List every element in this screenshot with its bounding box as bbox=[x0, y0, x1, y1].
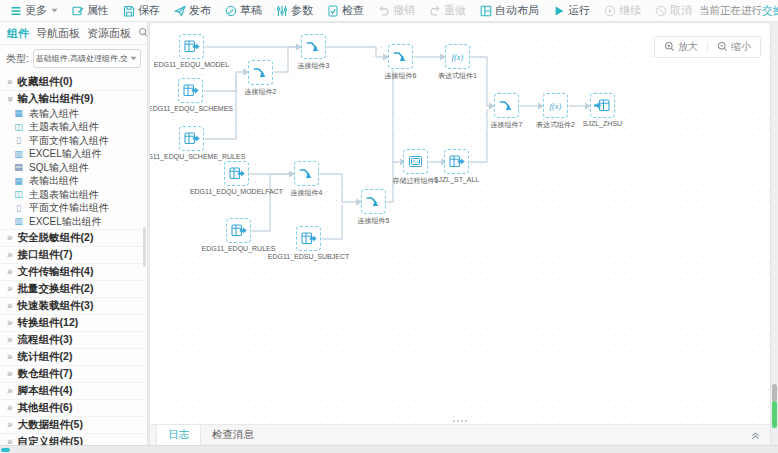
node-expression-2[interactable]: f(x)表达式组件2 bbox=[543, 93, 568, 118]
sidebar-item-主题表输入组件[interactable]: ◫主题表输入组件 bbox=[0, 121, 147, 135]
sidebar-section-0[interactable]: »收藏组件(0) bbox=[0, 73, 147, 90]
sidebar-section-8[interactable]: »流程组件(3) bbox=[0, 331, 147, 348]
flow-canvas[interactable]: 放大 缩小 EDG11_EDQU_MODEL连接组件2连接组件3EDG11_ED… bbox=[150, 23, 770, 417]
panel-resize-handle[interactable] bbox=[150, 417, 770, 424]
node-expression-1[interactable]: f(x)表达式组件1 bbox=[445, 44, 470, 69]
toolbar-properties-button[interactable]: 属性 bbox=[65, 3, 116, 18]
node-edg11-edsu-subject[interactable]: EDG11_EDSU_SUBJECT bbox=[296, 226, 321, 251]
connector-node-icon[interactable] bbox=[248, 60, 273, 85]
fx-node-icon[interactable]: f(x) bbox=[445, 44, 470, 69]
chevron-collapsed-icon: » bbox=[7, 233, 13, 243]
sidebar-section-11[interactable]: »脚本组件(4) bbox=[0, 382, 147, 399]
toolbar-undo-button[interactable]: 撤销 bbox=[371, 3, 422, 18]
sidebar-section-14[interactable]: »自定义组件(5) bbox=[0, 433, 147, 447]
sidebar-item-SQL输入组件[interactable]: ▤SQL输入组件 bbox=[0, 161, 147, 175]
node-edg11-edqu-schemes[interactable]: EDG11_EDQU_SCHEMES bbox=[178, 78, 203, 103]
node-label: EDG11_EDQU_MODEL bbox=[154, 61, 229, 68]
search-icon[interactable] bbox=[138, 27, 148, 40]
connector-node-icon[interactable] bbox=[494, 93, 519, 118]
table-in-node-icon[interactable] bbox=[224, 161, 249, 186]
sidebar-section-1[interactable]: »输入输出组件(9) bbox=[0, 90, 147, 107]
sidebar-item-表输出组件[interactable]: ▦表输出组件 bbox=[0, 175, 147, 189]
node-edg11-edqu-modelfact[interactable]: EDG11_EDQU_MODELFACT bbox=[224, 161, 249, 186]
toolbar-check-button[interactable]: 检查 bbox=[320, 3, 371, 18]
run-icon bbox=[553, 5, 565, 17]
table-in-node-icon[interactable] bbox=[226, 218, 251, 243]
canvas-vscroll-indicator[interactable] bbox=[772, 401, 777, 428]
table-in-node-icon[interactable] bbox=[178, 78, 203, 103]
toolbar-redo-button[interactable]: 重做 bbox=[422, 3, 473, 18]
log-tab-log[interactable]: 日志 bbox=[156, 425, 201, 445]
app-window: 更多属性保存发布草稿参数检查撤销重做自动布局运行继续取消当前正在进行交换任务配置… bbox=[0, 0, 778, 453]
sidebar-scrollbar-thumb[interactable] bbox=[143, 227, 146, 267]
sidebar-section-3[interactable]: »接口组件(7) bbox=[0, 246, 147, 263]
sidebar-item-EXCEL输入组件[interactable]: ▥EXCEL输入组件 bbox=[0, 148, 147, 162]
file-in-icon: ▯ bbox=[13, 136, 24, 145]
node-connector-4[interactable]: 连接组件4 bbox=[294, 161, 319, 186]
sidebar-tab-nav-panel[interactable]: 导航面板 bbox=[36, 26, 80, 41]
table-in-node-icon[interactable] bbox=[179, 34, 204, 59]
toolbar-draft-label: 草稿 bbox=[240, 3, 262, 18]
sidebar-section-12[interactable]: »其他组件(6) bbox=[0, 399, 147, 416]
toolbar-resume-button[interactable]: 继续 bbox=[597, 3, 648, 18]
toolbar-draft-button[interactable]: 草稿 bbox=[218, 3, 269, 18]
connector-node-icon[interactable] bbox=[294, 161, 319, 186]
params-icon bbox=[276, 5, 288, 17]
table-in-node-icon[interactable] bbox=[444, 149, 469, 174]
node-edg11-edqu-model[interactable]: EDG11_EDQU_MODEL bbox=[179, 34, 204, 59]
fx-node-icon[interactable]: f(x) bbox=[543, 93, 568, 118]
zoom-out-button[interactable]: 缩小 bbox=[717, 40, 751, 54]
node-connector-2[interactable]: 连接组件2 bbox=[248, 60, 273, 85]
toolbar-save-button[interactable]: 保存 bbox=[116, 3, 167, 18]
excel-in-icon: ▥ bbox=[13, 150, 24, 159]
sidebar-item-表输入组件[interactable]: ▦表输入组件 bbox=[0, 107, 147, 121]
node-connector-7[interactable]: 连接组件7 bbox=[494, 93, 519, 118]
sidebar-section-7[interactable]: »转换组件(12) bbox=[0, 314, 147, 331]
sidebar-item-主题表输出组件[interactable]: ◫主题表输出组件 bbox=[0, 188, 147, 202]
toolbar-more-button[interactable]: 更多 bbox=[3, 3, 65, 18]
table-out-node-icon[interactable] bbox=[590, 93, 615, 118]
node-edg11-edqu-scheme-rules[interactable]: EDG11_EDQU_SCHEME_RULES bbox=[179, 126, 204, 151]
log-tab-check-messages[interactable]: 检查消息 bbox=[201, 425, 265, 445]
toolbar-run-button[interactable]: 运行 bbox=[546, 3, 597, 18]
toolbar-publish-button[interactable]: 发布 bbox=[167, 3, 218, 18]
sidebar-tab-resource-panel[interactable]: 资源面板 bbox=[87, 26, 131, 41]
chevron-collapsed-icon: » bbox=[7, 77, 13, 87]
save-icon bbox=[123, 5, 135, 17]
node-label: 连接组件4 bbox=[291, 188, 323, 198]
toolbar-auto-layout-button[interactable]: 自动布局 bbox=[473, 3, 546, 18]
sidebar-item-平面文件输入组件[interactable]: ▯平面文件输入组件 bbox=[0, 134, 147, 148]
sidebar-section-5[interactable]: »批量交换组件(2) bbox=[0, 280, 147, 297]
sidebar-section-13[interactable]: »大数据组件(5) bbox=[0, 416, 147, 433]
toolbar-cancel-button[interactable]: 取消 bbox=[648, 3, 699, 18]
toolbar-params-button[interactable]: 参数 bbox=[269, 3, 320, 18]
chevron-collapsed-icon: » bbox=[7, 403, 13, 413]
table-in-node-icon[interactable] bbox=[296, 226, 321, 251]
sidebar-item-EXCEL输出组件[interactable]: ▥EXCEL输出组件 bbox=[0, 215, 147, 229]
canvas-vscroll-thumb[interactable] bbox=[772, 384, 777, 402]
connector-node-icon[interactable] bbox=[361, 189, 386, 214]
sidebar-section-2[interactable]: »安全脱敏组件(2) bbox=[0, 229, 147, 246]
draft-icon bbox=[225, 5, 237, 17]
node-connector-5[interactable]: 连接组件5 bbox=[361, 189, 386, 214]
sidebar-section-6[interactable]: »快速装载组件(3) bbox=[0, 297, 147, 314]
node-edg11-edqu-rules[interactable]: EDG11_EDQU_RULES bbox=[226, 218, 251, 243]
collapse-log-button[interactable] bbox=[750, 425, 770, 445]
connector-node-icon[interactable] bbox=[301, 34, 326, 59]
node-sjzl-zhsu[interactable]: SJZL_ZHSU bbox=[590, 93, 615, 118]
type-select[interactable]: 基础组件,高级处理组件,交换组件 bbox=[33, 49, 141, 68]
sidebar-item-平面文件输出组件[interactable]: ▯平面文件输出组件 bbox=[0, 202, 147, 216]
sidebar-hscroll-thumb[interactable] bbox=[1, 448, 10, 452]
node-connector-6[interactable]: 连接组件6 bbox=[388, 44, 413, 69]
connector-node-icon[interactable] bbox=[388, 44, 413, 69]
zoom-in-button[interactable]: 放大 bbox=[664, 40, 698, 54]
node-sjzl-st-all[interactable]: SJZL_ST_ALL bbox=[444, 149, 469, 174]
node-stored-proc-1[interactable]: PL0存储过程组件1 bbox=[403, 149, 428, 174]
sidebar-section-10[interactable]: »数仓组件(7) bbox=[0, 365, 147, 382]
sidebar-section-9[interactable]: »统计组件(2) bbox=[0, 348, 147, 365]
sidebar-tab-components[interactable]: 组件 bbox=[7, 26, 29, 41]
sidebar-section-4[interactable]: »文件传输组件(4) bbox=[0, 263, 147, 280]
table-in-node-icon[interactable] bbox=[179, 126, 204, 151]
node-connector-3[interactable]: 连接组件3 bbox=[301, 34, 326, 59]
proc-node-icon[interactable]: PL0 bbox=[403, 149, 428, 174]
